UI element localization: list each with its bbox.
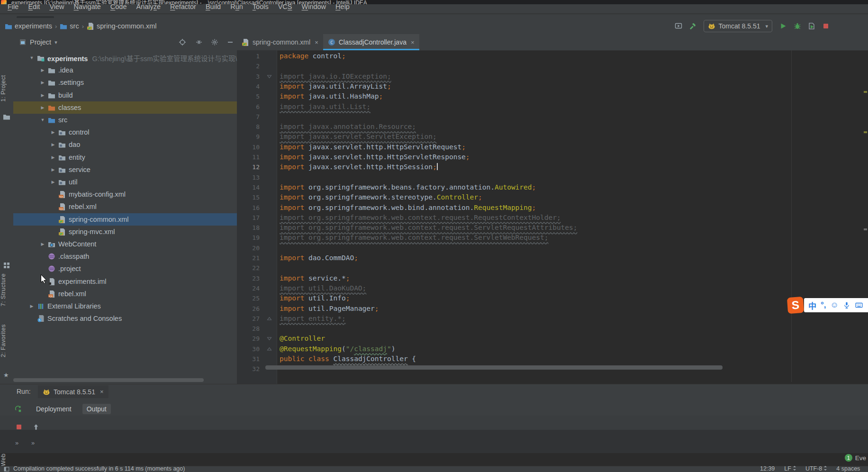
code-line-16[interactable]: 16import org.springframework.web.bind.an… [237, 203, 868, 213]
code-line-18[interactable]: 18import org.springframework.web.context… [237, 223, 868, 233]
tree-row--project[interactable]: .project [13, 263, 237, 275]
tree-row-dao[interactable]: ▶dao [13, 138, 237, 151]
up-stack-trace-button[interactable] [32, 423, 40, 431]
line-number[interactable]: 6 [237, 102, 260, 112]
tree-collapsed-arrow-icon[interactable]: ▶ [29, 304, 35, 309]
run-configuration-selector[interactable]: Tomcat 8.5.51▾ [704, 20, 772, 32]
hammer-button[interactable] [687, 20, 698, 32]
mic-icon[interactable] [843, 301, 850, 309]
tree-row-src[interactable]: ▼src [13, 114, 237, 126]
tree-row--idea[interactable]: ▶.idea [13, 64, 237, 76]
code-line-11[interactable]: 11import javax.servlet.http.HttpServletR… [237, 152, 868, 162]
code-line-10[interactable]: 10import javax.servlet.http.HttpServletR… [237, 142, 868, 152]
fold-marker-icon[interactable] [266, 336, 272, 342]
line-number[interactable]: 27 [237, 314, 260, 324]
line-number[interactable]: 19 [237, 233, 260, 243]
code-line-20[interactable]: 20 [237, 243, 868, 253]
code-line-19[interactable]: 19import org.springframework.web.context… [237, 233, 868, 243]
tree-row-external-libraries[interactable]: ▶External Libraries [13, 300, 237, 312]
code-line-12[interactable]: 12import javax.servlet.http.HttpSession; [237, 162, 868, 172]
play-button[interactable] [778, 20, 789, 32]
tree-collapsed-arrow-icon[interactable]: ▶ [40, 80, 45, 85]
tree-row-spring-mvc-xml[interactable]: spring-mvc.xml [13, 226, 237, 238]
code-editor[interactable]: 1package control;23import java.io.IOExce… [237, 50, 868, 384]
indent-widget[interactable]: 4 spaces [836, 465, 860, 472]
line-number[interactable]: 8 [237, 122, 260, 132]
tree-row-webcontent[interactable]: ▶WebContent [13, 238, 237, 250]
line-number[interactable]: 20 [237, 243, 260, 253]
line-number[interactable]: 26 [237, 304, 260, 314]
line-number[interactable]: 4 [237, 82, 260, 91]
code-line-26[interactable]: 26import util.PageManager; [237, 304, 868, 314]
code-line-15[interactable]: 15import org.springframework.stereotype.… [237, 192, 868, 202]
code-line-13[interactable]: 13 [237, 172, 868, 182]
overflow-actions-icon[interactable]: » [31, 439, 35, 446]
tree-expanded-arrow-icon[interactable]: ▼ [40, 118, 45, 122]
line-number[interactable]: 21 [237, 253, 260, 263]
close-icon[interactable]: × [315, 39, 318, 46]
code-line-9[interactable]: 9import javax.servlet.ServletException; [237, 132, 868, 142]
close-icon[interactable]: × [100, 388, 104, 395]
tool-stripe-folder[interactable] [3, 113, 10, 120]
editor-horizontal-scrollbar[interactable] [265, 365, 723, 370]
tree-row-rebel-xml[interactable]: <>rebel.xml [13, 200, 237, 213]
fold-marker-icon[interactable] [266, 316, 272, 322]
code-line-8[interactable]: 8import javax.annotation.Resource; [237, 122, 868, 132]
rerun-button[interactable] [14, 405, 22, 413]
breadcrumb-item[interactable]: experiments [5, 22, 52, 30]
code-line-27[interactable]: 27import entity.*; [237, 314, 868, 324]
editor-tab-classadjcontroller-java[interactable]: CClassadjController.java× [323, 34, 419, 50]
line-number[interactable]: 10 [237, 142, 260, 152]
code-line-3[interactable]: 3import java.io.IOException; [237, 72, 868, 82]
stop-button[interactable] [15, 423, 23, 431]
code-line-25[interactable]: 25import util.Info; [237, 293, 868, 303]
fold-marker-icon[interactable] [266, 346, 272, 352]
line-number[interactable]: 23 [237, 273, 260, 283]
run-configuration-tab[interactable]: Tomcat 8.5.51 × [38, 385, 108, 398]
line-number[interactable]: 7 [237, 112, 260, 122]
line-number[interactable]: 5 [237, 91, 260, 101]
code-line-14[interactable]: 14import org.springframework.beans.facto… [237, 182, 868, 192]
project-horizontal-scrollbar[interactable] [13, 378, 204, 382]
tree-row-build[interactable]: ▶build [13, 89, 237, 101]
tool-stripe-button--project[interactable]: 1: Project [0, 75, 13, 102]
code-line-22[interactable]: 22 [237, 263, 868, 273]
line-number[interactable]: 13 [237, 172, 260, 182]
tree-collapsed-arrow-icon[interactable]: ▶ [50, 130, 56, 135]
chinese-mode-icon[interactable]: 中 [808, 300, 816, 311]
line-number[interactable]: 16 [237, 203, 260, 213]
line-number[interactable]: 2 [237, 61, 260, 71]
line-number[interactable]: 30 [237, 344, 260, 354]
tree-row-experiments[interactable]: ▼experimentsG:\shejiing\基于ssm实验室管理系统设计与实… [13, 52, 237, 64]
tree-expanded-arrow-icon[interactable]: ▼ [29, 55, 35, 60]
encoding-widget[interactable]: UTF-8 [805, 465, 827, 472]
tree-collapsed-arrow-icon[interactable]: ▶ [40, 68, 45, 73]
code-line-4[interactable]: 4import java.util.ArrayList; [237, 82, 868, 91]
code-line-21[interactable]: 21import dao.CommDAO; [237, 253, 868, 263]
line-number[interactable]: 28 [237, 324, 260, 334]
tree-collapsed-arrow-icon[interactable]: ▶ [50, 167, 56, 172]
tree-row--settings[interactable]: ▶.settings [13, 76, 237, 89]
punctuation-icon[interactable]: °, [821, 300, 826, 310]
coverage-button[interactable] [806, 20, 817, 32]
stop-button[interactable] [820, 20, 832, 32]
warning-stripe-mark[interactable] [864, 91, 867, 93]
tree-row--classpath[interactable]: .classpath [13, 250, 237, 263]
code-line-29[interactable]: 29@Controller [237, 334, 868, 344]
tree-row-classes[interactable]: ▶classes [13, 101, 237, 114]
tool-stripe-button--favorites[interactable]: 2: Favorites [0, 324, 13, 357]
tree-row-rebel-xml[interactable]: <>rebel.xml [13, 288, 237, 300]
code-line-5[interactable]: 5import java.util.HashMap; [237, 91, 868, 101]
tree-collapsed-arrow-icon[interactable]: ▶ [40, 242, 45, 246]
tool-stripe-grid-small[interactable] [3, 262, 10, 269]
line-number[interactable]: 11 [237, 152, 260, 162]
line-number[interactable]: 25 [237, 293, 260, 303]
run-subtab-deployment[interactable]: Deployment [32, 404, 76, 414]
code-line-1[interactable]: 1package control; [237, 51, 868, 61]
code-line-2[interactable]: 2 [237, 61, 868, 71]
line-number[interactable]: 12 [237, 162, 260, 172]
monitor-button[interactable] [673, 20, 684, 32]
code-line-23[interactable]: 23import service.*; [237, 273, 868, 283]
sogou-logo-icon[interactable]: S [787, 297, 804, 314]
tree-collapsed-arrow-icon[interactable]: ▶ [40, 105, 45, 110]
